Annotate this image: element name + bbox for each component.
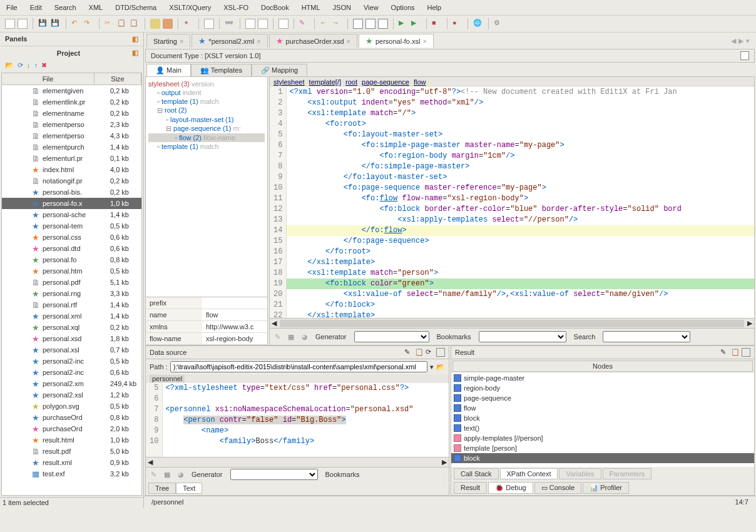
res-edit-icon[interactable]: ✎ bbox=[720, 348, 729, 357]
editor-tab[interactable]: Starting× bbox=[146, 34, 190, 48]
file-row[interactable]: ★personal.xql0,2 kb bbox=[2, 322, 141, 333]
res-copy-icon[interactable]: 📋 bbox=[731, 348, 740, 357]
tool2-icon[interactable] bbox=[163, 19, 173, 29]
size-column-header[interactable]: Size bbox=[94, 73, 141, 84]
file-row[interactable]: ★purchaseOrd0,8 kb bbox=[2, 412, 141, 423]
stop-icon[interactable]: ■ bbox=[432, 19, 442, 29]
file-row[interactable]: ★personal2-inc0,6 kb bbox=[2, 367, 141, 378]
ds-code-area[interactable]: 5678910 <?xml-stylesheet type="text/css"… bbox=[146, 383, 449, 457]
file-row[interactable]: ★result.xml0,9 kb bbox=[2, 457, 141, 468]
menu-options[interactable]: Options bbox=[385, 1, 421, 14]
file-row[interactable]: 🗎personal.rtf1,4 kb bbox=[2, 299, 141, 310]
copy-icon[interactable]: 📋 bbox=[117, 19, 127, 29]
result-lower-tab[interactable]: ▭ Console bbox=[534, 482, 581, 494]
nodes-list[interactable]: simple-page-masterregion-bodypage-sequen… bbox=[451, 373, 754, 467]
proj-open-icon[interactable]: 📂 bbox=[5, 61, 14, 69]
editor-subtab[interactable]: 👥 Templates bbox=[191, 64, 252, 76]
ds-max-icon[interactable] bbox=[436, 348, 445, 357]
ds-refresh-icon[interactable]: ⟳ bbox=[426, 348, 434, 357]
edit-icon[interactable]: ✎ bbox=[275, 333, 280, 341]
menu-view[interactable]: View bbox=[357, 1, 385, 14]
file-row[interactable]: 🗎elementpurch1,4 kb bbox=[2, 141, 141, 153]
file-row[interactable]: ★personal.dtd0,6 kb bbox=[2, 243, 141, 254]
paste-icon[interactable]: 📋 bbox=[130, 19, 140, 29]
open-icon[interactable] bbox=[18, 19, 28, 29]
proj-down-icon[interactable]: ↓ bbox=[27, 61, 31, 69]
menu-xslfo[interactable]: XSL-FO bbox=[217, 1, 255, 14]
menu-file[interactable]: File bbox=[0, 1, 24, 14]
result-node-row[interactable]: region-body bbox=[451, 383, 754, 393]
result-lower-tab[interactable]: 🐞 Debug bbox=[488, 482, 533, 494]
doctype-max-icon[interactable] bbox=[740, 51, 749, 60]
file-row[interactable]: 🗎personal.pdf5,1 kb bbox=[2, 277, 141, 288]
record-icon[interactable]: ● bbox=[452, 19, 462, 29]
ds-edit-icon[interactable]: ✎ bbox=[404, 348, 413, 357]
ds-dropdown-icon[interactable]: ▾ bbox=[430, 363, 434, 371]
breadcrumb-bar[interactable]: stylesheet template[/] root page-sequenc… bbox=[270, 77, 754, 87]
file-row[interactable]: 🗎elementperso2,3 kb bbox=[2, 119, 141, 130]
file-row[interactable]: 🗎elementgiven0,2 kb bbox=[2, 85, 141, 96]
editor-tab[interactable]: ★purchaseOrder.xsd× bbox=[269, 34, 357, 48]
close-icon[interactable]: × bbox=[422, 38, 426, 45]
tab-prev-icon[interactable]: ◀ bbox=[731, 37, 736, 45]
file-row[interactable]: ★personal-fo.x1,0 kb bbox=[2, 198, 141, 209]
split3-icon[interactable] bbox=[378, 19, 388, 29]
file-row[interactable]: ★personal.xsl0,7 kb bbox=[2, 344, 141, 356]
result-node-row[interactable]: block bbox=[451, 453, 754, 463]
tool9-icon[interactable]: ✎ bbox=[299, 19, 309, 29]
run2-icon[interactable]: ▶ bbox=[411, 19, 421, 29]
prev-icon[interactable]: ← bbox=[320, 19, 330, 29]
settings-icon[interactable]: ⚙ bbox=[494, 19, 504, 29]
globe-icon[interactable]: 🌐 bbox=[473, 19, 483, 29]
menu-html[interactable]: HTML bbox=[295, 1, 327, 14]
ds-bottom-tab[interactable]: Tree bbox=[148, 483, 176, 494]
file-row[interactable]: ★personal.htm0,5 kb bbox=[2, 265, 141, 277]
grid-icon[interactable]: ▦ bbox=[288, 333, 294, 341]
result-node-row[interactable]: block bbox=[451, 413, 754, 423]
search-select[interactable] bbox=[603, 331, 690, 342]
result-node-row[interactable]: page-sequence bbox=[451, 393, 754, 403]
menu-help[interactable]: Help bbox=[421, 1, 448, 14]
panels-collapse-icon[interactable]: ◧ bbox=[132, 35, 138, 43]
file-row[interactable]: 🗎notationgif.pr0,2 kb bbox=[2, 175, 141, 187]
project-maximize-icon[interactable]: ◧ bbox=[132, 49, 138, 57]
split2-icon[interactable] bbox=[365, 19, 375, 29]
file-row[interactable]: ★personal-tem0,5 kb bbox=[2, 220, 141, 232]
editor-subtab[interactable]: 👤 Main bbox=[146, 64, 191, 76]
result-lower-tab[interactable]: Result bbox=[454, 482, 487, 494]
file-row[interactable]: 🗎elementlink.pr0,2 kb bbox=[2, 96, 141, 108]
proj-refresh-icon[interactable]: ⟳ bbox=[18, 61, 23, 69]
file-row[interactable]: ★personal-sche1,4 kb bbox=[2, 209, 141, 220]
menu-json[interactable]: JSON bbox=[327, 1, 357, 14]
close-icon[interactable]: × bbox=[347, 38, 350, 45]
file-row[interactable]: ★personal2-inc0,5 kb bbox=[2, 356, 141, 367]
proj-up-icon[interactable]: ↑ bbox=[34, 61, 38, 69]
close-icon[interactable]: × bbox=[257, 38, 260, 45]
redo-icon[interactable]: ↷ bbox=[84, 19, 94, 29]
file-row[interactable]: ★result.html1,0 kb bbox=[2, 434, 141, 446]
res-max-icon[interactable] bbox=[742, 348, 750, 357]
editor-subtab[interactable]: 🔗 Mapping bbox=[252, 64, 307, 76]
next-icon[interactable]: → bbox=[332, 19, 342, 29]
main-menubar[interactable]: File Edit Search XML DTD/Schema XSLT/XQu… bbox=[0, 0, 756, 16]
menu-search[interactable]: Search bbox=[48, 1, 83, 14]
result-upper-tab[interactable]: Call Stack bbox=[454, 468, 499, 479]
ds-grid-icon[interactable]: ▦ bbox=[164, 471, 170, 479]
result-node-row[interactable]: flow bbox=[451, 403, 754, 413]
menu-edit[interactable]: Edit bbox=[24, 1, 48, 14]
tool3-icon[interactable]: ✦ bbox=[183, 19, 193, 29]
file-row[interactable]: 🗎elementperso4,3 kb bbox=[2, 130, 141, 141]
outline-tree[interactable]: stylesheet (3) version▫ output indent▫ t… bbox=[146, 77, 267, 297]
editor-tab[interactable]: ★*personal2.xml× bbox=[192, 34, 267, 48]
file-row[interactable]: ★personal.xml1,4 kb bbox=[2, 310, 141, 322]
new-icon[interactable] bbox=[5, 19, 15, 29]
proj-delete-icon[interactable]: ✖ bbox=[41, 61, 47, 69]
tool8-icon[interactable] bbox=[278, 19, 289, 29]
file-row[interactable]: ★personal2.xsl1,2 kb bbox=[2, 389, 141, 401]
tool5-icon[interactable]: 👓 bbox=[225, 19, 235, 29]
file-list[interactable]: 🗎elementgiven0,2 kb🗎elementlink.pr0,2 kb… bbox=[2, 85, 141, 478]
split-icon[interactable] bbox=[353, 19, 363, 29]
ds-scrollbar-h[interactable]: ◀▶ bbox=[146, 457, 449, 467]
tool7-icon[interactable] bbox=[258, 19, 268, 29]
editor-tab[interactable]: ★personal-fo.xsl× bbox=[359, 34, 434, 48]
